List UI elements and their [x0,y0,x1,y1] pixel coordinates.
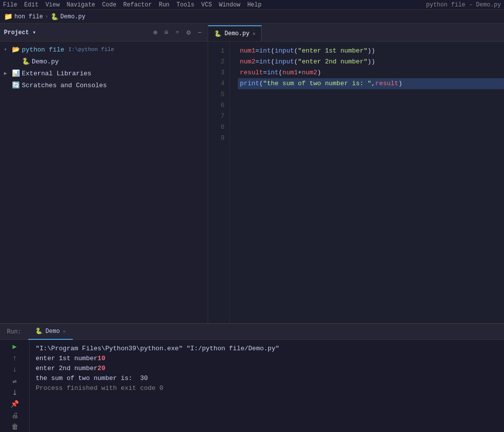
editor-tabs: 🐍 Demo.py ✕ [208,24,504,42]
collapse-icon[interactable]: ≡ [162,28,170,38]
expand-icon[interactable]: ÷ [173,28,181,38]
editor-area: 🐍 Demo.py ✕ 1 2 3 4 5 6 7 8 9 num1=int(i… [208,24,504,323]
sidebar-header: Project ▾ ⊕ ≡ ÷ ⚙ − [0,24,208,42]
scroll-end-button[interactable]: ⤓ [8,388,22,397]
tab-demo-run[interactable]: 🐍 Demo ✕ [28,324,73,340]
term-process: Process finished with exit code 0 [36,383,498,393]
run-label: Run: [7,328,21,335]
add-icon[interactable]: ⊕ [151,27,159,38]
menu-vcs[interactable]: VCS [201,1,212,8]
terminal-output: "I:\Program Files\Python39\python.exe" "… [30,340,504,432]
scratch-icon: 🔄 [12,81,20,89]
code-lines[interactable]: num1=int(input("enter 1st number")) num2… [230,42,504,323]
scroll-down-button[interactable]: ↓ [8,365,22,375]
menu-refactor[interactable]: Refactor [123,1,152,8]
menu-edit[interactable]: Edit [24,1,39,8]
folder-icon: 📁 [4,12,12,21]
settings-icon[interactable]: ⚙ [184,27,192,38]
folder-open-icon: 📂 [12,46,20,54]
sidebar: Project ▾ ⊕ ≡ ÷ ⚙ − ▾ 📂 python file I:\p… [0,24,208,323]
window-title: python file - Demo.py [426,1,501,8]
run-label-tab: Run: [0,324,28,340]
main-area: Project ▾ ⊕ ≡ ÷ ⚙ − ▾ 📂 python file I:\p… [0,24,504,323]
tab-demo-py[interactable]: 🐍 Demo.py ✕ [208,25,262,41]
breadcrumb: 📁 hon file › 🐍 Demo.py [0,10,504,24]
menu-window[interactable]: Window [219,1,240,8]
code-line-7 [238,111,504,122]
bottom-content: ▶ ↑ ↓ ⇌ ⤓ 📌 🖨 🗑 "I:\Program Files\Python… [0,340,504,432]
tree-ext-label: External Libraries [22,70,91,77]
bottom-tabs: Run: 🐍 Demo ✕ [0,324,504,340]
caret-icon: ▾ [4,47,10,53]
menu-navigate[interactable]: Navigate [66,1,95,8]
code-line-2: num2=int(input("enter 2nd number")) [238,56,504,67]
tree-item-ext-libraries[interactable]: ▶ 📊 External Libraries [0,67,208,79]
line-numbers: 1 2 3 4 5 6 7 8 9 [208,42,230,323]
tree-folder-path: I:\python file [68,47,114,53]
tab-close-icon[interactable]: ✕ [252,31,255,37]
scroll-up-button[interactable]: ↑ [8,353,22,363]
code-line-1: num1=int(input("enter 1st number")) [238,46,504,56]
code-editor: 1 2 3 4 5 6 7 8 9 num1=int(input("enter … [208,42,504,323]
menu-help[interactable]: Help [247,1,262,8]
breadcrumb-file[interactable]: Demo.py [60,13,85,20]
stop-button[interactable]: 🗑 [8,423,22,432]
run-tab-icon: 🐍 [35,327,43,335]
tree-scratch-label: Scratches and Consoles [22,82,107,89]
project-tree: ▾ 📂 python file I:\python file 🐍 Demo.py… [0,42,208,323]
run-tab-close-icon[interactable]: ✕ [63,328,66,334]
tree-item-demo-py[interactable]: 🐍 Demo.py [0,55,208,67]
tab-file-icon: 🐍 [214,30,222,38]
code-line-5 [238,89,504,100]
code-line-3: result=int(num1+num2) [238,67,504,78]
code-line-6 [238,100,504,111]
breadcrumb-folder[interactable]: hon file [14,13,43,20]
print-button[interactable]: 🖨 [8,411,22,421]
menu-tools[interactable]: Tools [176,1,194,8]
tree-folder-label: python file [22,46,64,54]
code-line-4: print("the sum of two number is: ",resul… [238,78,504,89]
term-cmd: "I:\Program Files\Python39\python.exe" "… [36,344,498,354]
code-line-8 [238,122,504,133]
run-button[interactable]: ▶ [8,342,22,351]
libraries-icon: 📊 [12,69,20,77]
run-tab-label: Demo [46,328,60,335]
tree-item-scratches[interactable]: 🔄 Scratches and Consoles [0,79,208,91]
code-line-9 [238,133,504,144]
tab-label: Demo.py [224,30,249,37]
breadcrumb-chevron: › [45,13,49,20]
term-result: the sum of two number is: 30 [36,374,498,383]
menu-bar: File Edit View Navigate Code Refactor Ru… [0,0,504,10]
project-label: Project ▾ [4,29,148,36]
close-panel-icon[interactable]: − [196,28,204,38]
menu-view[interactable]: View [46,1,60,8]
menu-file[interactable]: File [3,1,17,8]
bottom-panel: Run: 🐍 Demo ✕ ▶ ↑ ↓ ⇌ ⤓ 📌 🖨 🗑 "I:\Progra… [0,323,504,432]
tree-demo-label: Demo.py [32,58,59,65]
term-prompt-1: enter 1st number10 [36,354,498,364]
python-file-icon: 🐍 [22,57,30,65]
pin-button[interactable]: 📌 [8,399,22,409]
run-toolbar: ▶ ↑ ↓ ⇌ ⤓ 📌 🖨 🗑 [0,340,30,432]
term-prompt-2: enter 2nd number20 [36,364,498,374]
file-icon: 🐍 [51,13,58,21]
menu-run[interactable]: Run [159,1,169,8]
caret-ext: ▶ [4,70,10,76]
menu-code[interactable]: Code [102,1,116,8]
wrap-button[interactable]: ⇌ [8,377,22,386]
tree-item-python-file[interactable]: ▾ 📂 python file I:\python file [0,44,208,55]
